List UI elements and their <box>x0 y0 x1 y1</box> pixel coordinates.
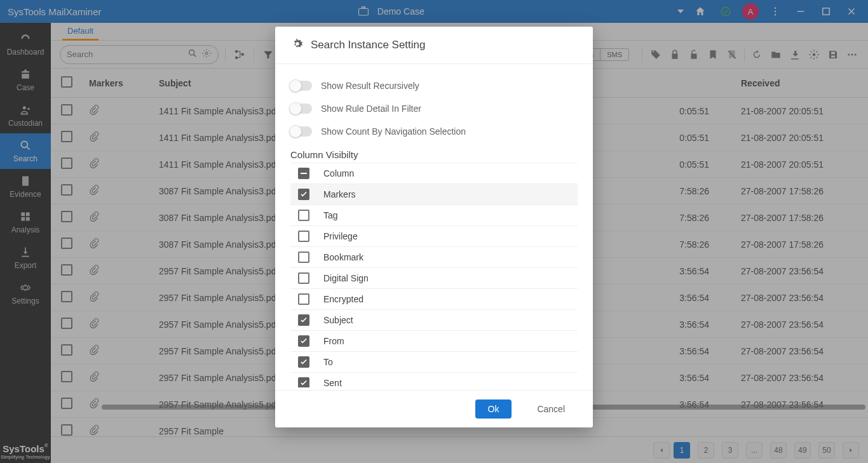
column-checkbox[interactable] <box>298 293 309 305</box>
toggle-count-nav[interactable] <box>290 126 312 137</box>
toggle-rule-detail[interactable] <box>290 104 312 114</box>
column-label: Digital Sign <box>323 273 369 283</box>
column-checkbox[interactable] <box>298 189 309 200</box>
toggle-label: Show Count By Navigation Selection <box>321 126 466 137</box>
column-checkbox[interactable] <box>298 335 309 347</box>
modal-overlay[interactable]: Search Instance Setting Show Result Recu… <box>0 0 868 463</box>
gear-icon <box>290 37 304 53</box>
column-label: To <box>323 357 333 367</box>
column-visibility-row[interactable]: Privilege <box>290 226 578 247</box>
column-checkbox[interactable] <box>298 272 309 284</box>
column-label: Bookmark <box>323 252 363 262</box>
toggle-label: Show Result Recursively <box>321 81 419 91</box>
column-label: From <box>323 336 344 346</box>
column-visibility-row[interactable]: From <box>290 331 578 352</box>
checkbox-all[interactable] <box>298 168 309 179</box>
column-checkbox[interactable] <box>298 356 309 368</box>
column-list: Column MarkersTagPrivilegeBookmarkDigita… <box>290 163 578 387</box>
column-visibility-row[interactable]: Sent <box>290 373 578 387</box>
toggle-label: Show Rule Detail In Filter <box>321 104 421 114</box>
column-label: Tag <box>323 210 338 220</box>
column-label: Markers <box>323 189 356 199</box>
column-visibility-row[interactable]: Encrypted <box>290 289 578 310</box>
column-checkbox[interactable] <box>298 314 309 326</box>
ok-button[interactable]: Ok <box>475 399 512 419</box>
column-visibility-row[interactable]: Markers <box>290 184 578 205</box>
column-visibility-row[interactable]: Subject <box>290 310 578 331</box>
modal-title: Search Instance Setting <box>311 39 426 51</box>
column-label: Sent <box>323 378 342 387</box>
column-label: Privilege <box>323 231 358 241</box>
column-checkbox[interactable] <box>298 252 309 263</box>
toggle-recursive[interactable] <box>290 81 312 91</box>
column-visibility-row[interactable]: To <box>290 352 578 373</box>
column-checkbox[interactable] <box>298 377 309 387</box>
section-column-visibility: Column Visibilty <box>290 149 578 160</box>
column-header-label: Column <box>323 168 354 178</box>
cancel-button[interactable]: Cancel <box>524 399 578 419</box>
column-label: Encrypted <box>323 294 363 304</box>
column-checkbox[interactable] <box>298 231 309 242</box>
column-visibility-row[interactable]: Bookmark <box>290 247 578 268</box>
column-visibility-row[interactable]: Digital Sign <box>290 268 578 289</box>
column-label: Subject <box>323 315 353 325</box>
column-visibility-row[interactable]: Tag <box>290 205 578 226</box>
column-checkbox[interactable] <box>298 210 309 221</box>
settings-modal: Search Instance Setting Show Result Recu… <box>275 27 593 427</box>
